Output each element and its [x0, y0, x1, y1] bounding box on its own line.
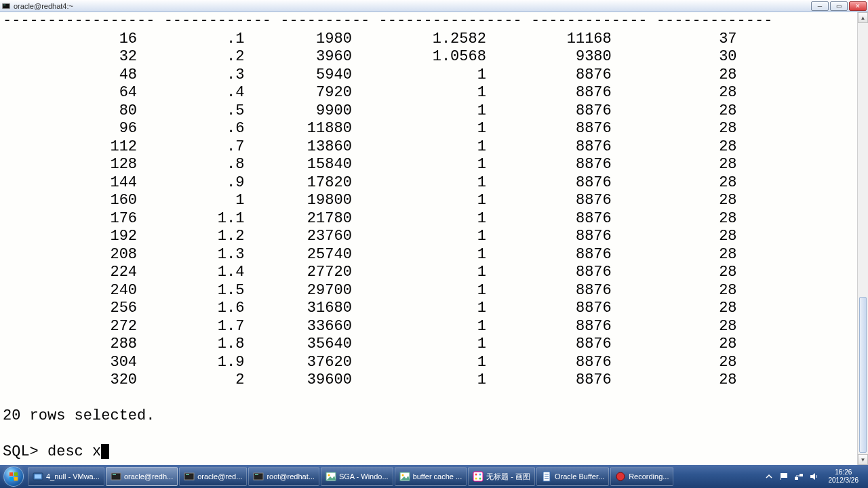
taskbar-item-6[interactable]: 无标题 - 画图	[468, 467, 535, 486]
image-icon	[326, 471, 336, 482]
svg-point-21	[479, 474, 481, 476]
svg-point-28	[616, 472, 625, 481]
taskbar-item-4[interactable]: SGA - Windo...	[321, 467, 393, 486]
image-icon	[399, 471, 410, 482]
svg-rect-19	[473, 472, 483, 481]
taskbar-item-label: buffer cache ...	[413, 472, 462, 481]
taskbar-item-label: 无标题 - 画图	[486, 472, 530, 482]
close-button[interactable]: ✕	[849, 1, 867, 11]
titlebar: oracle@redhat4:~ ─ ▭ ✕	[0, 0, 868, 12]
putty-icon	[111, 471, 121, 482]
svg-rect-25	[545, 474, 549, 474]
tray-network-icon[interactable]	[793, 471, 804, 482]
tray-chevron-icon[interactable]	[764, 471, 774, 482]
taskbar-items: 4_null - VMwa...oracle@redh...oracle@red…	[27, 465, 760, 488]
taskbar-item-label: 4_null - VMwa...	[46, 472, 100, 481]
taskbar-item-7[interactable]: Oracle Buffer...	[536, 467, 609, 486]
tray-flag-icon[interactable]	[778, 471, 789, 482]
clock-time: 16:26	[835, 468, 852, 476]
svg-rect-8	[35, 474, 41, 479]
svg-rect-13	[254, 473, 263, 480]
svg-rect-11	[184, 473, 194, 480]
windows-orb-icon	[3, 466, 24, 487]
minimize-button[interactable]: ─	[811, 1, 829, 11]
taskbar-item-label: Recording...	[629, 472, 669, 481]
svg-rect-31	[795, 477, 798, 480]
scroll-thumb[interactable]	[859, 297, 867, 453]
taskbar-item-label: oracle@red...	[197, 472, 242, 481]
taskbar-item-2[interactable]: oracle@red...	[179, 467, 247, 486]
tray-volume-icon[interactable]	[808, 471, 819, 482]
record-icon	[615, 471, 626, 482]
doc-icon	[541, 471, 552, 482]
start-button[interactable]	[0, 465, 27, 488]
taskbar-item-label: SGA - Windo...	[339, 472, 389, 481]
taskbar-item-3[interactable]: root@redhat...	[248, 467, 319, 486]
svg-rect-2	[3, 4, 5, 5]
svg-rect-9	[111, 473, 121, 480]
svg-point-20	[475, 474, 477, 476]
paint-icon	[473, 471, 484, 482]
svg-point-16	[328, 474, 330, 476]
svg-rect-26	[545, 476, 549, 476]
svg-rect-6	[14, 477, 18, 481]
clock-date: 2012/3/26	[829, 476, 859, 485]
svg-rect-27	[545, 478, 549, 479]
taskbar-item-5[interactable]: buffer cache ...	[395, 467, 467, 486]
terminal-cursor	[101, 444, 109, 459]
taskbar: 4_null - VMwa...oracle@redh...oracle@red…	[0, 465, 868, 488]
taskbar-item-label: oracle@redh...	[124, 472, 173, 481]
putty-icon	[253, 471, 264, 482]
svg-rect-30	[781, 473, 781, 480]
svg-rect-10	[113, 474, 116, 475]
taskbar-item-0[interactable]: 4_null - VMwa...	[28, 467, 104, 486]
vmware-icon	[33, 471, 43, 482]
svg-rect-12	[186, 474, 189, 475]
maximize-button[interactable]: ▭	[830, 1, 848, 11]
svg-rect-3	[9, 472, 13, 476]
vertical-scrollbar[interactable]: ▲ ▼	[857, 12, 868, 465]
taskbar-item-8[interactable]: Recording...	[610, 467, 673, 486]
taskbar-clock[interactable]: 16:26 2012/3/26	[823, 468, 865, 485]
scroll-down-button[interactable]: ▼	[858, 454, 868, 465]
terminal-output[interactable]: ----------------- ------------ ---------…	[0, 12, 857, 465]
window-controls: ─ ▭ ✕	[811, 1, 867, 11]
svg-point-23	[479, 478, 481, 480]
svg-rect-14	[255, 474, 258, 475]
putty-icon	[1, 1, 11, 11]
svg-rect-5	[9, 477, 13, 481]
window-title: oracle@redhat4:~	[14, 2, 811, 10]
svg-point-22	[475, 478, 477, 480]
putty-icon	[184, 471, 195, 482]
svg-rect-4	[14, 472, 18, 476]
system-tray: 16:26 2012/3/26	[760, 465, 869, 488]
taskbar-item-label: root@redhat...	[267, 472, 314, 481]
taskbar-item-1[interactable]: oracle@redh...	[106, 467, 178, 486]
svg-rect-29	[781, 473, 787, 478]
scroll-up-button[interactable]: ▲	[858, 12, 868, 23]
taskbar-item-label: Oracle Buffer...	[555, 472, 604, 481]
svg-point-18	[401, 474, 403, 476]
